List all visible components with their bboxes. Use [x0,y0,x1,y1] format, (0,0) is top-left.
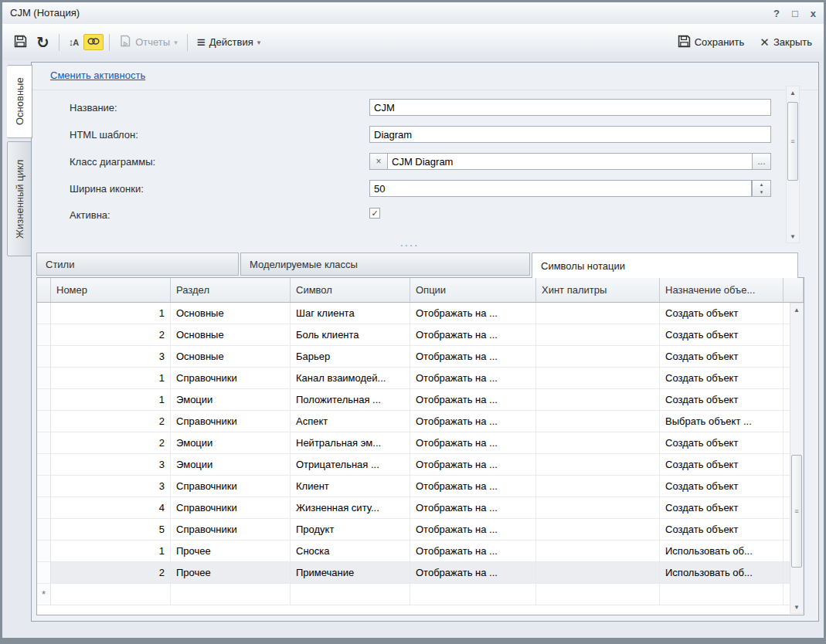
table-cell[interactable]: Продукт [291,519,410,540]
table-cell[interactable]: Выбрать объект ... [660,411,784,432]
row-indicator[interactable] [37,389,51,410]
spin-up-icon[interactable]: ▲ [753,181,770,188]
scroll-down-icon[interactable]: ▼ [790,601,803,613]
active-checkbox[interactable]: ✓ [369,208,380,219]
table-cell[interactable]: Справочники [171,519,291,540]
scroll-down-icon[interactable]: ▼ [787,230,799,242]
table-cell[interactable]: Создать объект [660,432,784,453]
side-tab-lifecycle[interactable]: Жизненный цикл [7,141,32,256]
table-cell[interactable]: Создать объект [660,497,784,518]
lookup-button[interactable]: ... [752,153,771,170]
change-activity-link[interactable]: Сменить активность [50,69,145,81]
table-row[interactable]: 1ЭмоцииПоложительная ...Отображать на ..… [37,389,804,411]
table-cell[interactable] [291,584,410,605]
table-cell[interactable]: Отображать на ... [410,562,536,583]
table-cell[interactable] [536,562,660,583]
help-icon[interactable]: ? [773,8,780,19]
table-cell[interactable] [171,584,291,605]
icon-width-input[interactable] [369,180,752,197]
table-row[interactable]: 2СправочникиАспектОтображать на ...Выбра… [37,411,804,432]
table-cell[interactable]: Создать объект [660,389,784,410]
table-cell[interactable]: Справочники [171,497,291,518]
maximize-icon[interactable]: □ [792,8,798,19]
actions-button[interactable]: ≡ Действия ▾ [193,34,265,50]
table-cell[interactable]: Канал взаимодей... [291,368,410,388]
table-cell[interactable] [536,476,660,497]
table-cell[interactable]: 1 [51,389,171,410]
table-cell[interactable]: Отображать на ... [410,497,536,518]
row-indicator[interactable] [37,303,51,324]
table-cell[interactable]: Примечание [291,562,410,583]
table-cell[interactable] [536,324,660,345]
table-cell[interactable]: 4 [51,497,171,518]
table-cell[interactable]: Создать объект [660,346,784,367]
table-cell[interactable] [536,389,660,410]
row-indicator[interactable] [37,497,51,518]
form-scrollbar-thumb[interactable]: ≡ [787,102,798,181]
row-indicator[interactable] [37,541,51,561]
table-cell[interactable]: Сноска [291,541,410,561]
table-cell[interactable] [536,454,660,475]
new-row-indicator[interactable]: * [37,584,51,605]
table-row[interactable]: 2ОсновныеБоль клиентаОтображать на ...Со… [37,324,804,346]
table-cell[interactable]: Положительная ... [291,389,410,410]
row-indicator[interactable] [37,454,51,475]
table-cell[interactable]: Отображать на ... [410,541,536,561]
table-cell[interactable]: Клиент [291,476,410,497]
table-cell[interactable] [410,584,536,605]
row-indicator[interactable] [37,432,51,453]
table-cell[interactable]: Аспект [291,411,410,432]
link-toggle-button[interactable] [83,34,104,50]
quantity-stepper[interactable]: ▲ ▼ [752,180,771,197]
clear-button[interactable]: × [369,153,388,170]
refresh-button[interactable]: ↻ [32,34,53,51]
table-row[interactable]: 4СправочникиЖизненная ситу...Отображать … [37,497,804,519]
row-indicator[interactable] [37,324,51,345]
table-cell[interactable]: Использовать об... [660,541,784,561]
table-cell[interactable]: Отображать на ... [410,324,536,345]
scroll-up-icon[interactable]: ▲ [787,86,799,99]
scroll-up-icon[interactable]: ▲ [790,303,803,316]
row-indicator[interactable] [37,368,51,388]
table-cell[interactable]: Создать объект [660,324,784,345]
column-header-symbol[interactable]: Символ [291,278,410,302]
tab-modeled-classes[interactable]: Моделируемые классы [240,253,530,276]
table-cell[interactable]: Справочники [171,476,291,497]
spin-down-icon[interactable]: ▼ [753,188,770,196]
table-cell[interactable]: 2 [51,432,171,453]
table-scrollbar-thumb[interactable]: ≡ [791,455,802,568]
table-cell[interactable]: 5 [51,519,171,540]
form-scrollbar[interactable]: ▲ ≡ ▼ [786,86,800,243]
font-size-button[interactable]: ↕A [65,34,82,50]
table-cell[interactable]: Отрицательная ... [291,454,410,475]
table-cell[interactable]: Эмоции [171,432,291,453]
table-cell[interactable]: 1 [51,368,171,388]
table-cell[interactable] [660,584,784,605]
table-cell[interactable]: Барьер [291,346,410,367]
row-indicator[interactable] [37,562,51,583]
table-cell[interactable]: Эмоции [171,389,291,410]
table-cell[interactable]: Отображать на ... [410,432,536,453]
table-row[interactable]: 3ЭмоцииОтрицательная ...Отображать на ..… [37,454,804,476]
table-cell[interactable]: Прочее [171,541,291,561]
tab-styles[interactable]: Стили [36,253,239,276]
table-cell[interactable]: Нейтральная эм... [291,432,410,453]
table-cell[interactable]: 3 [51,454,171,475]
column-header-palette-hint[interactable]: Хинт палитры [536,278,660,302]
table-row[interactable]: 1ПрочееСноскаОтображать на ...Использова… [37,541,804,562]
close-button[interactable]: ✕ Закрыть [756,33,816,52]
table-cell[interactable]: Основные [171,303,291,324]
table-cell[interactable]: Отображать на ... [410,368,536,388]
table-cell[interactable]: 2 [51,411,171,432]
name-input[interactable] [369,99,771,116]
table-cell[interactable]: Отображать на ... [410,389,536,410]
table-row[interactable]: 1СправочникиКанал взаимодей...Отображать… [37,368,804,389]
table-cell[interactable]: Создать объект [660,519,784,540]
table-cell[interactable]: Основные [171,346,291,367]
table-cell[interactable]: 2 [51,324,171,345]
table-row[interactable]: 5СправочникиПродуктОтображать на ...Созд… [37,519,804,541]
diagram-class-input[interactable] [387,153,753,170]
table-cell[interactable]: 3 [51,476,171,497]
table-cell[interactable]: Эмоции [171,454,291,475]
table-cell[interactable]: Боль клиента [291,324,410,345]
